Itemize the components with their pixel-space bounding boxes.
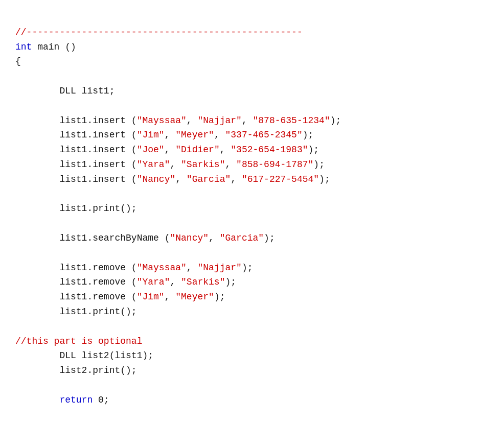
code-line [15, 246, 489, 261]
string-token: "858-694-1787" [236, 159, 313, 170]
keyword-token: int [15, 42, 32, 52]
normal-token: DLL list1; [15, 86, 114, 96]
normal-token: ); [308, 145, 319, 155]
string-token: "Jim" [137, 292, 165, 302]
normal-token: list1.remove ( [15, 292, 137, 302]
normal-token: , [187, 263, 198, 273]
normal-token: list1.insert ( [15, 159, 137, 170]
string-token: "Najjar" [197, 115, 241, 126]
normal-token: , [220, 145, 231, 155]
normal-token: , [214, 130, 225, 140]
code-line: int main () [15, 40, 489, 55]
code-line [15, 408, 489, 422]
normal-token: , [170, 277, 181, 287]
code-line [15, 216, 489, 231]
code-line: list1.insert ("Yara", "Sarkis", "858-694… [15, 157, 489, 172]
normal-token: ); [319, 174, 330, 184]
normal-token: list1.searchByName ( [15, 233, 170, 243]
code-line [15, 69, 489, 84]
code-line: return 0; [15, 393, 489, 408]
string-token: "352-654-1983" [231, 145, 308, 155]
string-token: "Sarkis" [181, 159, 225, 170]
normal-token: DLL list2(list1); [15, 350, 153, 361]
code-line [15, 319, 489, 334]
code-line [15, 378, 489, 393]
normal-token: , [165, 292, 176, 302]
code-line [15, 99, 489, 113]
comment-token: //this part is optional [15, 336, 142, 346]
comment-token: //--------------------------------------… [15, 27, 303, 37]
normal-token: list1.print(); [15, 203, 137, 214]
string-token: "Yara" [137, 159, 170, 170]
normal-token: , [231, 174, 242, 184]
normal-token: list1.insert ( [15, 115, 137, 126]
string-token: "Mayssaa" [137, 263, 187, 273]
string-token: "Nancy" [170, 233, 209, 243]
code-line: DLL list2(list1); [15, 348, 489, 363]
code-editor: //--------------------------------------… [15, 10, 489, 423]
string-token: "Garcia" [187, 174, 231, 184]
code-line: list1.remove ("Mayssaa", "Najjar"); [15, 261, 489, 275]
keyword-token: return [15, 395, 93, 405]
normal-token: list1.print(); [15, 307, 137, 317]
string-token: "Meyer" [175, 130, 214, 140]
string-token: "Najjar" [197, 263, 241, 273]
string-token: "Yara" [137, 277, 170, 287]
normal-token: 0; [93, 395, 109, 405]
code-line: list1.insert ("Nancy", "Garcia", "617-22… [15, 172, 489, 187]
code-line: list1.insert ("Joe", "Didier", "352-654-… [15, 143, 489, 157]
code-line: list1.remove ("Jim", "Meyer"); [15, 290, 489, 304]
normal-token: , [175, 174, 187, 184]
string-token: "Mayssaa" [137, 115, 187, 126]
normal-token: , [242, 115, 253, 126]
normal-token: list1.insert ( [15, 145, 137, 155]
string-token: "Nancy" [137, 174, 176, 184]
string-token: "Joe" [137, 145, 165, 155]
normal-token: , [170, 159, 181, 170]
code-line: //this part is optional [15, 334, 489, 349]
code-line: { [15, 54, 489, 69]
string-token: "Meyer" [175, 292, 214, 302]
code-line: list1.insert ("Jim", "Meyer", "337-465-2… [15, 128, 489, 143]
normal-token: list2.print(); [15, 365, 137, 375]
code-line: //--------------------------------------… [15, 25, 489, 40]
normal-token: ); [313, 159, 325, 170]
code-line: list1.remove ("Yara", "Sarkis"); [15, 275, 489, 290]
normal-token: ); [225, 277, 236, 287]
string-token: "Garcia" [220, 233, 264, 243]
string-token: "878-635-1234" [253, 115, 330, 126]
normal-token: ); [330, 115, 341, 126]
string-token: "337-465-2345" [225, 130, 303, 140]
string-token: "617-227-5454" [242, 174, 319, 184]
string-token: "Jim" [137, 130, 165, 140]
code-line: DLL list1; [15, 84, 489, 99]
normal-token: , [209, 233, 220, 243]
normal-token: ); [214, 292, 225, 302]
string-token: "Sarkis" [181, 277, 225, 287]
normal-token: list1.insert ( [15, 174, 137, 184]
normal-token: list1.remove ( [15, 263, 137, 273]
normal-token: , [165, 145, 176, 155]
normal-token: , [225, 159, 236, 170]
normal-token: list1.remove ( [15, 277, 137, 287]
code-line: list2.print(); [15, 363, 489, 378]
normal-token: main () [32, 42, 76, 52]
code-line: list1.insert ("Mayssaa", "Najjar", "878-… [15, 113, 489, 128]
string-token: "Didier" [175, 145, 219, 155]
normal-token: ); [264, 233, 275, 243]
normal-token: , [165, 130, 176, 140]
normal-token: ); [242, 263, 253, 273]
normal-token: , [187, 115, 198, 126]
code-line: list1.searchByName ("Nancy", "Garcia"); [15, 231, 489, 246]
code-line [15, 187, 489, 202]
normal-token: { [15, 56, 21, 66]
code-line: list1.print(); [15, 304, 489, 319]
code-line: list1.print(); [15, 201, 489, 216]
normal-token: list1.insert ( [15, 130, 137, 140]
normal-token: ); [303, 130, 314, 140]
